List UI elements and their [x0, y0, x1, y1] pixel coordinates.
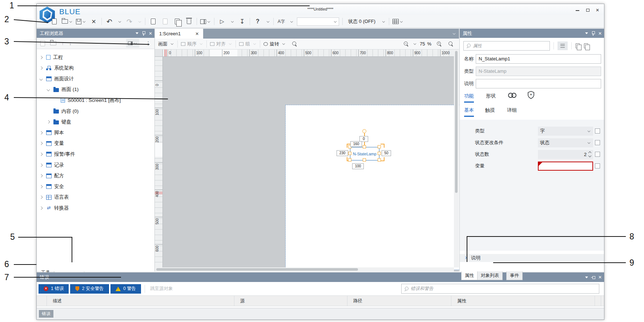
minimize-button[interactable]	[573, 8, 581, 13]
table-column-header[interactable]: 路径	[347, 296, 451, 306]
tree-item[interactable]: S00001 : Screen1 [画布]	[37, 95, 154, 106]
field-select[interactable]: 字	[538, 127, 593, 136]
field-checkbox[interactable]	[595, 128, 600, 134]
pin-icon[interactable]	[142, 31, 145, 36]
properties-bottom-tab[interactable]: 事件	[506, 271, 523, 280]
resize-handle-sw[interactable]	[348, 158, 351, 162]
tab-list-icon[interactable]	[453, 32, 455, 35]
rotation-handle[interactable]	[362, 129, 366, 133]
tree-item[interactable]: ⇄转换器	[37, 203, 154, 213]
subtab-touch[interactable]: 触摸	[485, 107, 495, 114]
tree-chevron-icon[interactable]	[39, 196, 43, 199]
tree-chevron-icon[interactable]	[39, 152, 43, 156]
zoom-in-button[interactable]: +	[434, 41, 445, 47]
tree-item[interactable]: 安全	[37, 181, 154, 192]
description-input[interactable]	[476, 79, 601, 88]
paste-button[interactable]	[161, 17, 169, 26]
tree-item[interactable]: 系统架构	[37, 63, 154, 73]
screen-menu-button[interactable]: 画面	[155, 41, 177, 47]
tree-item[interactable]: 工程	[37, 52, 154, 63]
zoom-reset-button[interactable]	[445, 41, 457, 47]
add-item-icon[interactable]	[40, 40, 45, 46]
tree-chevron-icon[interactable]	[39, 206, 43, 210]
tree-chevron-icon[interactable]	[47, 88, 50, 91]
close-panel-icon[interactable]: ✕	[598, 275, 602, 280]
tree-item[interactable]: 报警/事件	[37, 149, 154, 159]
subtab-basic[interactable]: 基本	[464, 107, 474, 114]
tree-chevron-icon[interactable]	[39, 67, 43, 70]
horizontal-scrollbar[interactable]	[155, 267, 454, 271]
resize-handle-n[interactable]	[363, 145, 366, 148]
more-options-icon[interactable]: ⋮	[146, 40, 151, 46]
close-panel-icon[interactable]: ✕	[149, 31, 152, 36]
table-column-header[interactable]: 源	[234, 296, 347, 306]
tree-item[interactable]: 记录	[37, 160, 154, 170]
move-up-icon[interactable]: ↑	[61, 40, 64, 46]
tree-item[interactable]: 脚本	[37, 127, 154, 138]
tree-item[interactable]: 变量	[37, 138, 154, 149]
field-checkbox[interactable]	[595, 163, 600, 168]
move-down-icon[interactable]: ↓	[69, 40, 72, 46]
resize-handle-e[interactable]	[378, 152, 381, 155]
zoom-region-button[interactable]	[289, 41, 301, 47]
tree-item[interactable]: 配方	[37, 171, 154, 181]
new-file-button[interactable]	[50, 17, 59, 26]
window-layout-button[interactable]	[200, 17, 211, 26]
tab-shape[interactable]: 形状	[486, 93, 496, 99]
zoom-level-dropdown-icon[interactable]	[414, 42, 416, 45]
spinner-icons[interactable]	[589, 152, 591, 157]
state-selector[interactable]: 状态 0 (OFF)	[346, 18, 378, 25]
error-status-tab[interactable]: 错误	[39, 310, 53, 318]
tree-chevron-icon[interactable]	[39, 77, 43, 80]
resize-handle-w[interactable]	[348, 152, 351, 155]
dock-mode-button[interactable]	[126, 39, 139, 48]
name-input[interactable]: N_StateLamp1	[476, 54, 601, 64]
field-checkbox[interactable]	[595, 140, 600, 145]
error-search[interactable]: 错误和警告	[401, 284, 599, 294]
tab-function[interactable]: 功能	[464, 93, 474, 99]
filter-error-button[interactable]: ✕1 错误	[39, 284, 69, 294]
help-button[interactable]: ?	[253, 17, 262, 26]
duplicate-button[interactable]	[173, 17, 181, 26]
table-column-header[interactable]: 描述	[47, 296, 234, 306]
tree-chevron-icon[interactable]	[39, 163, 43, 167]
group-button[interactable]: 组	[236, 41, 260, 47]
copy-properties-icon[interactable]	[576, 43, 580, 48]
close-tab-icon[interactable]: ✕	[195, 31, 199, 36]
properties-search-input[interactable]: 属性	[463, 41, 550, 51]
panel-menu-icon[interactable]	[585, 277, 588, 278]
zoom-out-button[interactable]: −	[401, 41, 412, 47]
filter-warning-button[interactable]: 0 警告	[110, 284, 141, 294]
tree-chevron-icon[interactable]	[39, 131, 43, 134]
vertical-scrollbar[interactable]	[454, 49, 459, 267]
tree-item[interactable]: 语言表	[37, 192, 154, 203]
tree-chevron-icon[interactable]	[39, 142, 43, 145]
subtab-detail[interactable]: 详细	[507, 107, 517, 114]
table-view-button[interactable]	[393, 17, 403, 26]
description-expander[interactable]: 说明	[460, 254, 604, 262]
save-button[interactable]	[76, 17, 86, 26]
add-folder-icon[interactable]	[50, 41, 56, 45]
field-spinner[interactable]: 2	[538, 150, 593, 159]
field-select[interactable]: 状态	[538, 138, 593, 147]
close-panel-icon[interactable]: ✕	[598, 31, 602, 36]
field-checkbox[interactable]	[595, 152, 600, 157]
language-tool-button[interactable]: A字	[277, 17, 286, 26]
panel-menu-icon[interactable]	[585, 32, 588, 34]
undo-button[interactable]: ↶	[105, 17, 114, 26]
empty-combobox[interactable]	[297, 17, 339, 26]
table-column-header[interactable]	[595, 296, 601, 306]
tree-item[interactable]: 画面设计	[37, 73, 154, 84]
download-button[interactable]: ↧	[238, 17, 246, 26]
tree-item[interactable]: 内容 (0)	[37, 106, 154, 116]
variable-input[interactable]	[538, 162, 593, 171]
delete-button[interactable]	[185, 17, 193, 26]
table-column-header[interactable]	[37, 296, 47, 306]
pin-icon[interactable]	[591, 31, 595, 36]
tab-link-icon[interactable]	[508, 92, 517, 99]
open-button[interactable]	[62, 17, 73, 26]
run-button[interactable]: ▷	[218, 17, 226, 26]
close-project-button[interactable]: ✕	[89, 17, 98, 26]
tree-item[interactable]: 画面 (1)	[37, 84, 154, 95]
jump-to-source-button[interactable]: 跳至源对象	[150, 286, 173, 292]
